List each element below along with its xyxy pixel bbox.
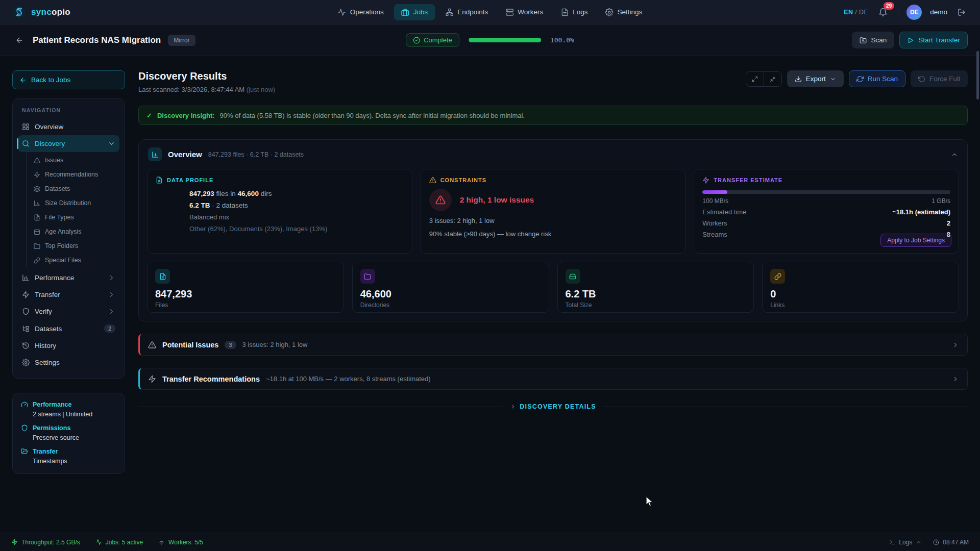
sidebar-item-performance[interactable]: Performance <box>18 269 119 286</box>
job-header: Patient Records NAS Migration Mirror Com… <box>0 24 980 56</box>
expand-all-button[interactable] <box>746 72 764 86</box>
gear-icon <box>22 359 30 366</box>
sidebar-item-verify[interactable]: Verify <box>18 303 119 320</box>
issues-alert-icon <box>429 189 452 211</box>
language-switcher[interactable]: EN / DE <box>844 9 868 16</box>
job-actions: Scan Start Transfer <box>852 32 968 48</box>
expand-collapse-group <box>746 71 782 87</box>
maximize-icon <box>752 76 758 82</box>
subnav-item-datasets[interactable]: Datasets <box>31 182 119 196</box>
refresh-icon <box>856 76 864 83</box>
job-progress-fill <box>469 38 541 42</box>
potential-issues-row[interactable]: Potential Issues 3 3 issues: 2 high, 1 l… <box>138 334 968 356</box>
alert-triangle-icon <box>148 341 156 349</box>
job-progress-group: Complete 100.0% <box>406 33 574 47</box>
overview-section-header[interactable]: Overview 847,293 files · 6.2 TB · 2 data… <box>139 140 967 168</box>
folder-open-icon <box>21 448 28 455</box>
notification-count-badge: 29 <box>884 2 894 10</box>
apply-to-job-settings-button[interactable]: Apply to Job Settings <box>880 234 951 247</box>
profile-size-line: 6.2 TB · 2 datasets <box>189 202 404 209</box>
speed-max: 1 GB/s <box>932 197 950 205</box>
profile-breakdown: Other (62%), Documents (23%), Images (13… <box>189 225 404 233</box>
speed-min: 100 MB/s <box>702 197 728 205</box>
history-icon <box>22 342 30 349</box>
brand[interactable]: syncopio <box>12 5 70 19</box>
primary-nav: Operations Jobs Endpoints Workers Logs S… <box>331 4 650 20</box>
brand-name: syncopio <box>31 7 70 17</box>
stat-card-total-size: 6.2 TB Total Size <box>557 262 754 313</box>
subnav-item-issues[interactable]: Issues <box>31 153 119 167</box>
nav-item-jobs[interactable]: Jobs <box>394 4 435 20</box>
arrow-left-icon <box>19 77 27 84</box>
discovery-details-toggle[interactable]: DISCOVERY DETAILS <box>138 403 968 410</box>
nav-item-logs[interactable]: Logs <box>553 4 595 20</box>
chevron-up-icon[interactable] <box>951 151 958 158</box>
run-scan-button[interactable]: Run Scan <box>849 70 905 87</box>
force-full-button[interactable]: Force Full <box>911 70 968 87</box>
zap-icon <box>702 177 709 184</box>
nav-item-workers[interactable]: Workers <box>498 4 550 20</box>
nav-item-operations[interactable]: Operations <box>331 4 391 20</box>
back-to-jobs-button[interactable]: Back to Jobs <box>12 70 125 89</box>
datasets-count-badge: 2 <box>104 324 115 333</box>
calendar-icon <box>34 229 40 235</box>
sidebar-item-overview[interactable]: Overview <box>18 118 119 135</box>
alert-triangle-icon <box>34 157 40 164</box>
link-icon <box>34 257 40 264</box>
folder-icon <box>34 243 40 249</box>
issues-count-badge: 3 <box>225 341 236 349</box>
divider <box>603 407 968 407</box>
config-transfer-value: Timestamps <box>33 458 116 465</box>
config-permissions: Permissions Preserve source <box>21 424 116 441</box>
nav-item-endpoints[interactable]: Endpoints <box>438 4 495 20</box>
profile-mix: Balanced mix <box>189 213 404 221</box>
job-progress-bar <box>469 38 541 42</box>
data-profile-card: DATA PROFILE 847,293 files in 46,600 dir… <box>147 169 412 254</box>
transfer-recommendations-row[interactable]: Transfer Recommendations ~18.1h at 100 M… <box>138 368 968 390</box>
subnav-item-recommendations[interactable]: Recommendations <box>31 167 119 182</box>
discovery-insight-banner: ✓ Discovery Insight: 90% of data (5.58 T… <box>138 106 968 125</box>
bar-chart-icon <box>34 200 40 207</box>
subnav-item-special-files[interactable]: Special Files <box>31 253 119 267</box>
page-title: Discovery Results <box>138 70 275 82</box>
start-transfer-button[interactable]: Start Transfer <box>899 32 968 48</box>
scrollbar-thumb[interactable] <box>976 51 979 99</box>
shield-icon <box>22 308 30 315</box>
zap-icon <box>148 375 156 383</box>
estimated-time-value: ~18.1h (estimated) <box>892 208 950 216</box>
sidebar-item-history[interactable]: History <box>18 337 119 354</box>
rotate-ccw-icon <box>918 76 925 83</box>
sidebar-item-discovery[interactable]: Discovery <box>18 135 119 152</box>
subnav-item-age-analysis[interactable]: Age Analysis <box>31 224 119 239</box>
scan-button[interactable]: Scan <box>852 32 894 48</box>
statusbar-logs-toggle[interactable]: Logs <box>889 539 922 546</box>
logout-icon <box>958 8 966 16</box>
alert-triangle-icon <box>429 177 436 184</box>
main-content: Discovery Results Last scanned: 3/3/2026… <box>138 70 968 533</box>
sidebar-item-datasets[interactable]: Datasets 2 <box>18 320 119 337</box>
statusbar-workers: Workers: 5/5 <box>158 539 203 546</box>
subnav-item-file-types[interactable]: File Types <box>31 210 119 224</box>
notifications-button[interactable]: 29 <box>876 6 890 19</box>
sidebar-item-settings[interactable]: Settings <box>18 354 119 371</box>
subnav-item-size-distribution[interactable]: Size Distribution <box>31 196 119 210</box>
sidebar-navigation-panel: NAVIGATION Overview Discovery Issues Rec… <box>12 98 125 379</box>
back-arrow-button[interactable] <box>12 33 27 47</box>
file-icon <box>155 269 170 284</box>
stability-summary: 90% stable (>90 days) — low change risk <box>429 230 677 238</box>
folder-search-icon <box>860 37 867 44</box>
search-icon <box>22 140 30 147</box>
job-progress-percent: 100.0% <box>550 36 574 44</box>
activity-icon <box>95 539 102 545</box>
speed-range-fill <box>702 190 727 194</box>
subnav-item-top-folders[interactable]: Top Folders <box>31 239 119 253</box>
avatar[interactable]: DE <box>906 5 922 20</box>
sidebar-item-transfer[interactable]: Transfer <box>18 286 119 303</box>
transfer-estimate-card: TRANSFER ESTIMATE 100 MB/s 1 GB/s Estima… <box>694 169 959 254</box>
syncopio-logo-icon <box>12 5 26 19</box>
nav-item-settings[interactable]: Settings <box>598 4 650 20</box>
folder-icon <box>360 269 375 284</box>
collapse-all-button[interactable] <box>764 72 781 86</box>
export-button[interactable]: Export <box>787 70 844 87</box>
logout-button[interactable] <box>955 6 968 18</box>
